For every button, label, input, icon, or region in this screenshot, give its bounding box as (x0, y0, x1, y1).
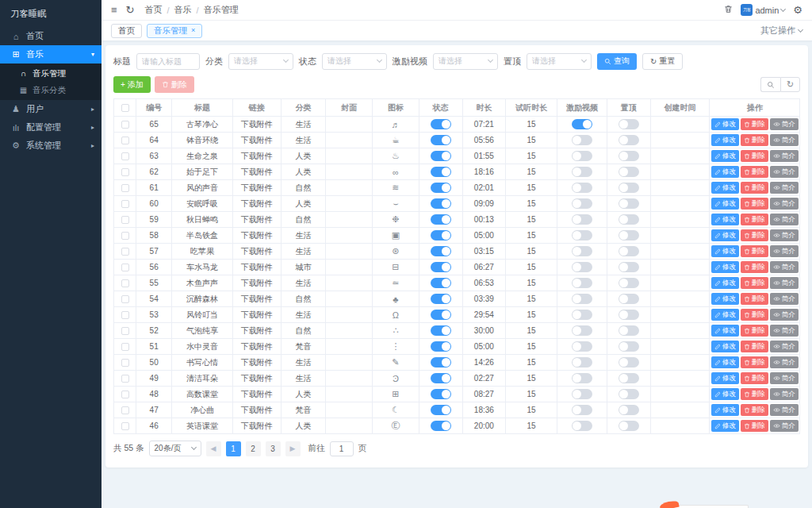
intro-row-button[interactable]: 简介 (770, 198, 799, 210)
edit-row-button[interactable]: 修改 (711, 325, 739, 337)
status-toggle[interactable] (431, 246, 451, 256)
top-toggle[interactable] (619, 341, 639, 352)
delete-row-button[interactable]: 删除 (741, 261, 768, 273)
delete-row-button[interactable]: 删除 (741, 420, 768, 432)
download-attachment-link[interactable]: 下载附件 (241, 421, 273, 430)
trash-icon[interactable] (724, 5, 733, 15)
row-checkbox[interactable] (121, 184, 129, 192)
row-checkbox[interactable] (121, 391, 129, 398)
sidebar-item-system[interactable]: ⚙ 系统管理 ▸ (0, 137, 102, 155)
row-checkbox[interactable] (121, 422, 129, 430)
row-checkbox[interactable] (121, 359, 129, 367)
status-toggle[interactable] (431, 214, 451, 225)
intro-row-button[interactable]: 简介 (770, 166, 799, 178)
intro-row-button[interactable]: 简介 (770, 420, 799, 432)
reward-video-toggle[interactable] (572, 389, 592, 399)
delete-row-button[interactable]: 删除 (741, 214, 768, 225)
intro-row-button[interactable]: 简介 (770, 134, 799, 146)
edit-row-button[interactable]: 修改 (711, 150, 739, 162)
delete-row-button[interactable]: 删除 (741, 404, 768, 416)
reward-video-toggle[interactable] (572, 421, 592, 431)
delete-row-button[interactable]: 删除 (741, 229, 768, 241)
status-toggle[interactable] (431, 373, 451, 383)
status-toggle[interactable] (431, 167, 451, 177)
row-checkbox[interactable] (121, 279, 129, 287)
row-checkbox[interactable] (121, 343, 129, 351)
category-filter-select[interactable]: 请选择 (228, 53, 293, 70)
status-toggle[interactable] (431, 341, 451, 352)
top-toggle[interactable] (619, 151, 639, 161)
edit-row-button[interactable]: 修改 (711, 118, 739, 130)
download-attachment-link[interactable]: 下载附件 (241, 390, 273, 398)
reset-button[interactable]: ↻ 重置 (642, 53, 683, 70)
refresh-icon[interactable]: ↻ (126, 5, 135, 15)
delete-row-button[interactable]: 删除 (741, 293, 768, 305)
delete-button[interactable]: 删除 (155, 76, 194, 93)
settings-gear-icon[interactable]: ⚙ (793, 5, 802, 15)
top-filter-select[interactable]: 请选择 (527, 53, 592, 70)
top-toggle[interactable] (619, 135, 639, 145)
status-toggle[interactable] (431, 119, 451, 129)
delete-row-button[interactable]: 删除 (741, 150, 768, 162)
top-toggle[interactable] (619, 246, 639, 256)
reward-video-toggle[interactable] (572, 373, 592, 383)
status-toggle[interactable] (431, 389, 451, 399)
status-toggle[interactable] (431, 198, 451, 209)
delete-row-button[interactable]: 删除 (741, 341, 768, 352)
reward-video-toggle[interactable] (572, 119, 592, 129)
row-checkbox[interactable] (121, 200, 129, 208)
breadcrumb-item[interactable]: 音乐 (174, 4, 192, 16)
intro-row-button[interactable]: 简介 (770, 309, 799, 321)
other-actions-dropdown[interactable]: 其它操作 (760, 25, 802, 37)
intro-row-button[interactable]: 简介 (770, 372, 799, 384)
status-filter-select[interactable]: 请选择 (322, 53, 387, 70)
row-checkbox[interactable] (121, 248, 129, 256)
download-attachment-link[interactable]: 下载附件 (241, 406, 273, 414)
delete-row-button[interactable]: 删除 (741, 309, 768, 321)
page-button-3[interactable]: 3 (266, 441, 281, 456)
delete-row-button[interactable]: 删除 (741, 166, 768, 178)
reward-video-toggle[interactable] (572, 151, 592, 161)
row-checkbox[interactable] (121, 121, 129, 129)
next-page-button[interactable]: ▶ (285, 441, 301, 456)
edit-row-button[interactable]: 修改 (711, 293, 739, 305)
sidebar-item-users[interactable]: ♟ 用户 ▸ (0, 100, 102, 118)
reward-video-toggle[interactable] (572, 325, 592, 336)
edit-row-button[interactable]: 修改 (711, 214, 739, 225)
table-search-toggle-button[interactable] (760, 77, 780, 92)
download-attachment-link[interactable]: 下载附件 (241, 183, 273, 192)
row-checkbox[interactable] (121, 311, 129, 319)
reward-video-toggle[interactable] (572, 167, 592, 177)
edit-row-button[interactable]: 修改 (711, 261, 739, 273)
delete-row-button[interactable]: 删除 (741, 182, 768, 194)
reward-video-toggle[interactable] (572, 341, 592, 352)
reward-video-toggle[interactable] (572, 405, 592, 415)
intro-row-button[interactable]: 简介 (770, 277, 799, 289)
close-icon[interactable]: × (191, 27, 195, 34)
top-toggle[interactable] (619, 167, 639, 177)
status-toggle[interactable] (431, 278, 451, 288)
status-toggle[interactable] (431, 262, 451, 272)
sidebar-item-music-category[interactable]: ▦ 音乐分类 (0, 82, 102, 98)
status-toggle[interactable] (431, 325, 451, 336)
table-refresh-button[interactable]: ↻ (780, 77, 800, 92)
sidebar-item-music-manage[interactable]: ∩ 音乐管理 (0, 65, 102, 82)
reward-video-toggle[interactable] (572, 310, 592, 320)
edit-row-button[interactable]: 修改 (711, 372, 739, 384)
edit-row-button[interactable]: 修改 (711, 134, 739, 146)
status-toggle[interactable] (431, 357, 451, 368)
top-toggle[interactable] (619, 183, 639, 193)
page-size-select[interactable]: 20条/页 (149, 441, 201, 456)
edit-row-button[interactable]: 修改 (711, 166, 739, 178)
intro-row-button[interactable]: 简介 (770, 388, 799, 400)
reward-video-toggle[interactable] (572, 214, 592, 225)
top-toggle[interactable] (619, 373, 639, 383)
download-attachment-link[interactable]: 下载附件 (241, 167, 273, 176)
reward-video-toggle[interactable] (572, 357, 592, 368)
top-toggle[interactable] (619, 119, 639, 129)
intro-row-button[interactable]: 简介 (770, 293, 799, 305)
edit-row-button[interactable]: 修改 (711, 229, 739, 241)
download-attachment-link[interactable]: 下载附件 (241, 136, 273, 144)
intro-row-button[interactable]: 简介 (770, 182, 799, 194)
reward-video-toggle[interactable] (572, 278, 592, 288)
